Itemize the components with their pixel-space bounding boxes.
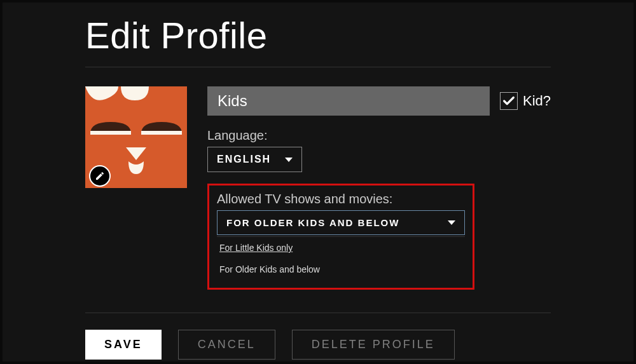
allowed-content-highlight: Allowed TV shows and movies: FOR OLDER K… bbox=[207, 184, 474, 290]
delete-profile-button[interactable]: DELETE PROFILE bbox=[292, 330, 455, 360]
divider bbox=[85, 313, 551, 313]
svg-rect-2 bbox=[141, 131, 182, 135]
divider bbox=[85, 67, 551, 67]
allowed-label: Allowed TV shows and movies: bbox=[217, 192, 465, 206]
profile-editor-row: Kid? Language: ENGLISH Allowed TV shows … bbox=[85, 86, 551, 290]
kid-checkbox[interactable] bbox=[500, 92, 518, 110]
svg-rect-1 bbox=[90, 131, 131, 135]
maturity-select[interactable]: FOR OLDER KIDS AND BELOW bbox=[217, 210, 465, 235]
profile-name-input[interactable] bbox=[207, 86, 490, 116]
save-button[interactable]: SAVE bbox=[85, 330, 162, 360]
kid-toggle-wrap: Kid? bbox=[500, 92, 551, 110]
chevron-down-icon bbox=[285, 158, 293, 162]
maturity-options: For Little Kids only For Older Kids and … bbox=[217, 236, 465, 280]
page-title: Edit Profile bbox=[85, 14, 551, 57]
chevron-down-icon bbox=[448, 220, 455, 225]
cancel-button[interactable]: CANCEL bbox=[178, 330, 275, 360]
kid-label: Kid? bbox=[523, 93, 551, 109]
language-selected: ENGLISH bbox=[217, 154, 271, 165]
maturity-option[interactable]: For Little Kids only bbox=[217, 237, 465, 259]
edit-avatar-button[interactable] bbox=[89, 165, 111, 187]
action-buttons: SAVE CANCEL DELETE PROFILE bbox=[85, 330, 551, 360]
check-icon bbox=[502, 94, 516, 108]
avatar-wrap bbox=[85, 86, 187, 188]
language-label: Language: bbox=[207, 128, 551, 143]
form-column: Kid? Language: ENGLISH Allowed TV shows … bbox=[207, 86, 551, 290]
name-row: Kid? bbox=[207, 86, 551, 116]
maturity-selected: FOR OLDER KIDS AND BELOW bbox=[226, 217, 399, 228]
pencil-icon bbox=[95, 171, 105, 181]
maturity-option[interactable]: For Older Kids and below bbox=[217, 259, 465, 280]
language-select[interactable]: ENGLISH bbox=[207, 147, 302, 172]
